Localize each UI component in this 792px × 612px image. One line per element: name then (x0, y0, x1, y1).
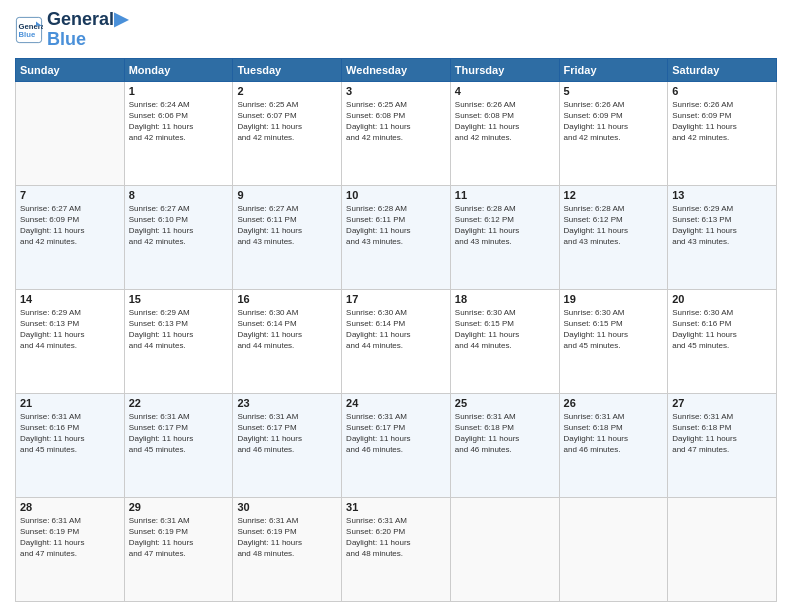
day-number: 23 (237, 397, 337, 409)
calendar-cell: 27Sunrise: 6:31 AM Sunset: 6:18 PM Dayli… (668, 393, 777, 497)
day-number: 18 (455, 293, 555, 305)
calendar-cell: 29Sunrise: 6:31 AM Sunset: 6:19 PM Dayli… (124, 497, 233, 601)
week-row-5: 28Sunrise: 6:31 AM Sunset: 6:19 PM Dayli… (16, 497, 777, 601)
column-header-sunday: Sunday (16, 58, 125, 81)
day-info: Sunrise: 6:29 AM Sunset: 6:13 PM Dayligh… (672, 203, 772, 248)
calendar-table: SundayMondayTuesdayWednesdayThursdayFrid… (15, 58, 777, 602)
calendar-cell: 17Sunrise: 6:30 AM Sunset: 6:14 PM Dayli… (342, 289, 451, 393)
calendar-cell: 13Sunrise: 6:29 AM Sunset: 6:13 PM Dayli… (668, 185, 777, 289)
day-number: 26 (564, 397, 664, 409)
day-number: 10 (346, 189, 446, 201)
column-header-tuesday: Tuesday (233, 58, 342, 81)
day-number: 9 (237, 189, 337, 201)
day-number: 3 (346, 85, 446, 97)
calendar-cell: 22Sunrise: 6:31 AM Sunset: 6:17 PM Dayli… (124, 393, 233, 497)
day-number: 11 (455, 189, 555, 201)
week-row-2: 7Sunrise: 6:27 AM Sunset: 6:09 PM Daylig… (16, 185, 777, 289)
calendar-cell: 28Sunrise: 6:31 AM Sunset: 6:19 PM Dayli… (16, 497, 125, 601)
calendar-cell: 15Sunrise: 6:29 AM Sunset: 6:13 PM Dayli… (124, 289, 233, 393)
calendar-cell (450, 497, 559, 601)
day-info: Sunrise: 6:27 AM Sunset: 6:11 PM Dayligh… (237, 203, 337, 248)
day-number: 2 (237, 85, 337, 97)
day-number: 29 (129, 501, 229, 513)
calendar-cell: 19Sunrise: 6:30 AM Sunset: 6:15 PM Dayli… (559, 289, 668, 393)
calendar-cell: 14Sunrise: 6:29 AM Sunset: 6:13 PM Dayli… (16, 289, 125, 393)
day-info: Sunrise: 6:30 AM Sunset: 6:16 PM Dayligh… (672, 307, 772, 352)
column-header-friday: Friday (559, 58, 668, 81)
day-number: 24 (346, 397, 446, 409)
calendar-cell (668, 497, 777, 601)
day-info: Sunrise: 6:31 AM Sunset: 6:19 PM Dayligh… (129, 515, 229, 560)
calendar-cell: 16Sunrise: 6:30 AM Sunset: 6:14 PM Dayli… (233, 289, 342, 393)
page: General Blue General▶ Blue SundayMondayT… (0, 0, 792, 612)
day-info: Sunrise: 6:24 AM Sunset: 6:06 PM Dayligh… (129, 99, 229, 144)
day-info: Sunrise: 6:29 AM Sunset: 6:13 PM Dayligh… (129, 307, 229, 352)
calendar-cell: 3Sunrise: 6:25 AM Sunset: 6:08 PM Daylig… (342, 81, 451, 185)
day-info: Sunrise: 6:31 AM Sunset: 6:19 PM Dayligh… (20, 515, 120, 560)
calendar-cell: 10Sunrise: 6:28 AM Sunset: 6:11 PM Dayli… (342, 185, 451, 289)
day-number: 7 (20, 189, 120, 201)
day-info: Sunrise: 6:31 AM Sunset: 6:16 PM Dayligh… (20, 411, 120, 456)
day-number: 15 (129, 293, 229, 305)
logo-line2: Blue (47, 30, 128, 50)
day-number: 20 (672, 293, 772, 305)
day-number: 4 (455, 85, 555, 97)
calendar-cell: 24Sunrise: 6:31 AM Sunset: 6:17 PM Dayli… (342, 393, 451, 497)
day-info: Sunrise: 6:25 AM Sunset: 6:08 PM Dayligh… (346, 99, 446, 144)
day-info: Sunrise: 6:31 AM Sunset: 6:17 PM Dayligh… (129, 411, 229, 456)
calendar-cell: 31Sunrise: 6:31 AM Sunset: 6:20 PM Dayli… (342, 497, 451, 601)
svg-text:Blue: Blue (19, 30, 36, 39)
calendar-cell: 20Sunrise: 6:30 AM Sunset: 6:16 PM Dayli… (668, 289, 777, 393)
day-number: 17 (346, 293, 446, 305)
calendar-cell: 6Sunrise: 6:26 AM Sunset: 6:09 PM Daylig… (668, 81, 777, 185)
calendar-cell: 8Sunrise: 6:27 AM Sunset: 6:10 PM Daylig… (124, 185, 233, 289)
week-row-3: 14Sunrise: 6:29 AM Sunset: 6:13 PM Dayli… (16, 289, 777, 393)
day-info: Sunrise: 6:26 AM Sunset: 6:09 PM Dayligh… (672, 99, 772, 144)
day-number: 25 (455, 397, 555, 409)
day-info: Sunrise: 6:30 AM Sunset: 6:15 PM Dayligh… (455, 307, 555, 352)
logo-text-block: General▶ Blue (47, 10, 128, 50)
calendar-cell: 9Sunrise: 6:27 AM Sunset: 6:11 PM Daylig… (233, 185, 342, 289)
header-row: SundayMondayTuesdayWednesdayThursdayFrid… (16, 58, 777, 81)
day-info: Sunrise: 6:31 AM Sunset: 6:18 PM Dayligh… (672, 411, 772, 456)
day-number: 16 (237, 293, 337, 305)
logo-icon: General Blue (15, 16, 43, 44)
day-info: Sunrise: 6:28 AM Sunset: 6:12 PM Dayligh… (455, 203, 555, 248)
calendar-cell: 7Sunrise: 6:27 AM Sunset: 6:09 PM Daylig… (16, 185, 125, 289)
day-info: Sunrise: 6:27 AM Sunset: 6:09 PM Dayligh… (20, 203, 120, 248)
calendar-cell: 5Sunrise: 6:26 AM Sunset: 6:09 PM Daylig… (559, 81, 668, 185)
calendar-cell (16, 81, 125, 185)
day-info: Sunrise: 6:30 AM Sunset: 6:14 PM Dayligh… (346, 307, 446, 352)
week-row-4: 21Sunrise: 6:31 AM Sunset: 6:16 PM Dayli… (16, 393, 777, 497)
column-header-thursday: Thursday (450, 58, 559, 81)
column-header-wednesday: Wednesday (342, 58, 451, 81)
calendar-cell: 23Sunrise: 6:31 AM Sunset: 6:17 PM Dayli… (233, 393, 342, 497)
day-info: Sunrise: 6:31 AM Sunset: 6:20 PM Dayligh… (346, 515, 446, 560)
calendar-cell: 26Sunrise: 6:31 AM Sunset: 6:18 PM Dayli… (559, 393, 668, 497)
day-info: Sunrise: 6:31 AM Sunset: 6:17 PM Dayligh… (346, 411, 446, 456)
day-number: 6 (672, 85, 772, 97)
day-info: Sunrise: 6:31 AM Sunset: 6:18 PM Dayligh… (564, 411, 664, 456)
calendar-cell: 4Sunrise: 6:26 AM Sunset: 6:08 PM Daylig… (450, 81, 559, 185)
calendar-cell: 21Sunrise: 6:31 AM Sunset: 6:16 PM Dayli… (16, 393, 125, 497)
calendar-cell: 11Sunrise: 6:28 AM Sunset: 6:12 PM Dayli… (450, 185, 559, 289)
day-number: 30 (237, 501, 337, 513)
calendar-cell: 30Sunrise: 6:31 AM Sunset: 6:19 PM Dayli… (233, 497, 342, 601)
calendar-cell: 2Sunrise: 6:25 AM Sunset: 6:07 PM Daylig… (233, 81, 342, 185)
calendar-cell: 12Sunrise: 6:28 AM Sunset: 6:12 PM Dayli… (559, 185, 668, 289)
header: General Blue General▶ Blue (15, 10, 777, 50)
day-info: Sunrise: 6:28 AM Sunset: 6:12 PM Dayligh… (564, 203, 664, 248)
day-info: Sunrise: 6:27 AM Sunset: 6:10 PM Dayligh… (129, 203, 229, 248)
day-number: 8 (129, 189, 229, 201)
calendar-cell: 25Sunrise: 6:31 AM Sunset: 6:18 PM Dayli… (450, 393, 559, 497)
calendar-cell: 18Sunrise: 6:30 AM Sunset: 6:15 PM Dayli… (450, 289, 559, 393)
day-number: 13 (672, 189, 772, 201)
column-header-saturday: Saturday (668, 58, 777, 81)
day-info: Sunrise: 6:26 AM Sunset: 6:09 PM Dayligh… (564, 99, 664, 144)
logo-line1: General▶ (47, 10, 128, 30)
svg-text:General: General (19, 21, 44, 30)
day-number: 27 (672, 397, 772, 409)
day-info: Sunrise: 6:29 AM Sunset: 6:13 PM Dayligh… (20, 307, 120, 352)
day-number: 28 (20, 501, 120, 513)
logo: General Blue General▶ Blue (15, 10, 128, 50)
